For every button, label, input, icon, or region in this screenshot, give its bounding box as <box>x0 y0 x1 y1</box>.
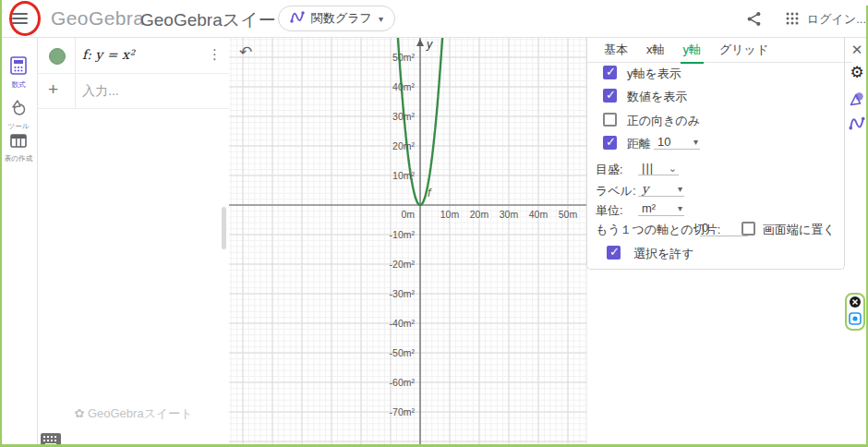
algebra-input-row[interactable]: + 入力... <box>38 73 229 109</box>
axis-label-dropdown[interactable]: y▾ <box>638 182 684 197</box>
tab-y-axis[interactable]: y軸 <box>675 38 710 63</box>
svg-text:10m: 10m <box>440 209 460 220</box>
svg-text:40m²: 40m² <box>392 81 415 92</box>
svg-text:-40m²: -40m² <box>390 318 416 329</box>
sidebar-item-algebra[interactable]: 数式 <box>0 56 37 90</box>
stick-to-edge-checkbox[interactable] <box>741 222 755 236</box>
svg-text:10m²: 10m² <box>392 170 415 181</box>
svg-text:-20m²: -20m² <box>390 259 416 270</box>
top-bar: GeoGebra GeoGebraスイート 関数グラフ ▾ ログイン... <box>0 0 868 38</box>
svg-text:30m: 30m <box>500 209 519 220</box>
allow-selection-checkbox[interactable] <box>607 246 621 260</box>
setting-allow-selection: 選択を許す <box>587 245 844 263</box>
svg-text:-30m²: -30m² <box>390 288 416 299</box>
share-icon[interactable] <box>746 11 762 30</box>
expression-text: f: y = x² <box>82 47 134 62</box>
apps-grid-icon[interactable] <box>786 12 799 29</box>
svg-text:50m²: 50m² <box>392 52 415 63</box>
show-numbers-label: 数値を表示 <box>627 89 687 105</box>
svg-text:0m: 0m <box>401 209 415 220</box>
setting-axis-label: ラベル: y▾ <box>587 182 844 200</box>
svg-text:40m: 40m <box>529 209 549 220</box>
tools-icon <box>10 103 27 119</box>
sidebar-item-label: ツール <box>1 121 36 130</box>
sidebar-item-tools[interactable]: ツール <box>0 99 37 131</box>
show-axis-checkbox[interactable] <box>603 66 617 79</box>
svg-text:-10m²: -10m² <box>390 229 416 240</box>
setting-show-axis: y軸を表示 <box>587 65 844 83</box>
settings-tabs: 基本 x軸 y軸 グリッド <box>587 38 852 63</box>
setting-distance: 距離 10▾ <box>587 135 844 153</box>
show-numbers-checkbox[interactable] <box>603 89 617 103</box>
stick-to-edge-label: 画面端に置く <box>763 222 836 238</box>
watermark: ✿ GeoGebraスイート <box>38 405 229 422</box>
hamburger-menu-button[interactable] <box>12 10 32 27</box>
distance-label: 距離 <box>627 136 651 152</box>
graph-panel-icon[interactable] <box>849 115 865 131</box>
page-title: GeoGebraスイート <box>140 8 294 32</box>
sidebar-item-table[interactable]: 表の作成 <box>0 134 37 163</box>
setting-cross: もう１つの軸との切片: 画面端に置く <box>587 221 844 239</box>
object-visibility-toggle[interactable] <box>49 48 66 65</box>
algebra-row-f[interactable]: f: y = x² ⋮ <box>38 38 229 74</box>
login-button[interactable]: ログイン... <box>807 11 866 28</box>
algebra-input-placeholder: 入力... <box>82 83 119 100</box>
right-icon-strip: ✕ ⚙ <box>846 38 868 447</box>
app-switcher-label: 関数グラフ <box>311 10 372 27</box>
positive-only-label: 正の向きのみ <box>627 113 700 129</box>
setting-show-numbers: 数値を表示 <box>587 88 844 106</box>
svg-text:50m: 50m <box>559 209 578 220</box>
svg-text:20m²: 20m² <box>392 140 415 151</box>
kebab-menu-icon[interactable]: ⋮ <box>208 46 222 63</box>
ticks-label: 目盛: <box>596 162 623 178</box>
svg-text:-60m²: -60m² <box>390 377 416 388</box>
svg-text:-50m²: -50m² <box>390 347 416 358</box>
setting-positive-only: 正の向きのみ <box>587 112 844 130</box>
tools-panel-icon[interactable] <box>849 91 865 107</box>
geogebra-logo: GeoGebra <box>51 7 144 30</box>
setting-unit: 単位: m²▾ <box>587 201 844 220</box>
extension-close-icon[interactable] <box>849 296 862 312</box>
svg-text:-70m²: -70m² <box>390 406 416 417</box>
svg-text:y: y <box>426 38 433 51</box>
geogebra-app: GeoGebra GeoGebraスイート 関数グラフ ▾ ログイン... 数式 <box>0 0 868 447</box>
function-plot: 10m20m30m40m50m50m²40m²30m²20m²10m²-10m²… <box>229 38 586 447</box>
graph-view[interactable]: 10m20m30m40m50m50m²40m²30m²20m²10m²-10m²… <box>229 38 586 447</box>
ticks-dropdown[interactable]: |||⌄ <box>638 161 679 175</box>
panel-scrollbar[interactable] <box>222 207 226 249</box>
function-graph-icon <box>290 9 305 28</box>
gear-icon[interactable]: ⚙ <box>849 65 865 81</box>
undo-icon[interactable]: ↶ <box>239 42 252 62</box>
setting-ticks: 目盛: |||⌄ <box>587 161 844 179</box>
distance-dropdown[interactable]: 10▾ <box>654 135 700 150</box>
tab-x-axis[interactable]: x軸 <box>638 38 673 63</box>
keyboard-icon[interactable] <box>41 433 61 447</box>
chevron-down-icon: ▾ <box>379 14 383 24</box>
extension-overlay-chip <box>845 293 865 331</box>
distance-checkbox[interactable] <box>603 136 617 150</box>
tab-basic[interactable]: 基本 <box>596 38 636 63</box>
algebra-panel: f: y = x² ⋮ + 入力... ✿ GeoGebraスイート <box>38 38 230 447</box>
sidebar-item-label: 数式 <box>1 79 36 89</box>
positive-only-checkbox[interactable] <box>603 113 617 127</box>
allow-selection-label: 選択を許す <box>633 246 694 262</box>
app-switcher-dropdown[interactable]: 関数グラフ ▾ <box>278 6 395 31</box>
extension-record-icon[interactable] <box>849 312 862 329</box>
axis-label-label: ラベル: <box>596 183 636 199</box>
table-icon <box>10 136 27 151</box>
svg-text:30m²: 30m² <box>392 111 415 122</box>
left-rail: 数式 ツール 表の作成 <box>0 38 38 447</box>
svg-text:20m: 20m <box>470 209 489 220</box>
calculator-icon <box>10 62 27 78</box>
tab-grid[interactable]: グリッド <box>711 38 777 63</box>
unit-dropdown[interactable]: m²▾ <box>638 201 684 216</box>
plus-icon: + <box>48 79 58 100</box>
axis-settings-panel: 基本 x軸 y軸 グリッド y軸を表示 数値を表示 正の向きのみ 距離 10▾ … <box>586 38 845 270</box>
sidebar-item-label: 表の作成 <box>1 153 36 163</box>
unit-label: 単位: <box>596 202 623 219</box>
show-axis-label: y軸を表示 <box>627 66 681 82</box>
